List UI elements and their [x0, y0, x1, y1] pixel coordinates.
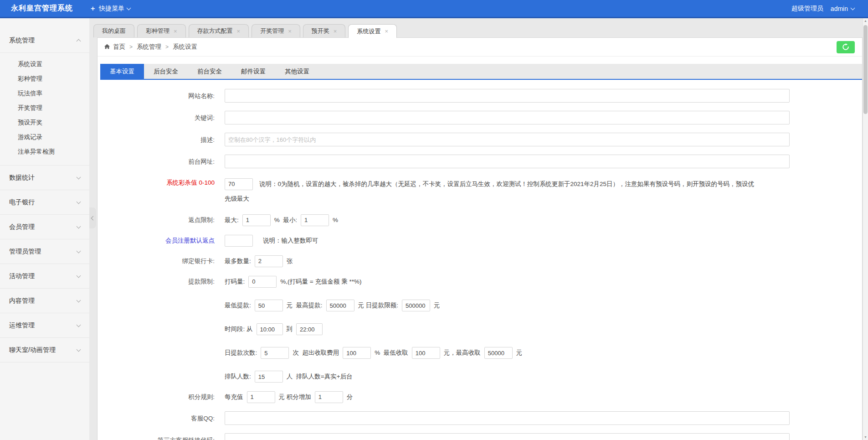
form-row-frontend-url: 前台网址:	[100, 155, 862, 168]
sidebar-item[interactable]: 预设开奖	[0, 115, 89, 130]
window-tab[interactable]: 系统设置×	[348, 24, 397, 38]
chevron-down-icon	[77, 248, 81, 253]
chevron-down-icon	[77, 298, 81, 302]
form-text: 元 日提款限额:	[358, 301, 399, 310]
plus-icon: ＋	[89, 4, 96, 13]
min-fee-input[interactable]	[412, 347, 440, 359]
form-fields: 每充值元 积分增加分	[225, 391, 353, 403]
window-tab[interactable]: 开奖管理×	[252, 24, 300, 37]
form-text: 次 超出收取费用	[293, 349, 339, 357]
form-text: % 最小:	[274, 216, 297, 224]
max-fee-input[interactable]	[484, 347, 513, 359]
sidebar-section[interactable]: 系统管理	[0, 28, 89, 53]
frontend-url-input[interactable]	[225, 155, 790, 168]
content-panel: 首页 > 系统管理 > 系统设置 基本设置后台安全前台安全邮件设置其他设置 网站…	[97, 37, 863, 440]
window-tab[interactable]: 我的桌面	[93, 24, 134, 37]
min-withdraw-input[interactable]	[255, 300, 283, 311]
sidebar-section[interactable]: 管理员管理	[0, 239, 89, 264]
sidebar-section[interactable]: 聊天室/动画管理	[0, 338, 89, 362]
close-icon[interactable]: ×	[174, 28, 177, 34]
sidebar-item[interactable]: 开奖管理	[0, 101, 89, 115]
chevron-up-icon	[77, 39, 81, 43]
form-row-time-range: 时间段: 从到	[100, 323, 862, 335]
close-icon[interactable]: ×	[237, 28, 241, 34]
close-icon[interactable]: ×	[334, 28, 337, 34]
sidebar-item[interactable]: 彩种管理	[0, 72, 89, 86]
form-text: 张	[287, 257, 293, 265]
settings-tab[interactable]: 后台安全	[144, 64, 188, 79]
form-text: 到	[287, 325, 293, 333]
scrollbar-thumb[interactable]	[863, 25, 868, 114]
excess-fee-percent-input[interactable]	[343, 347, 371, 359]
form-text: 元 积分增加	[279, 393, 311, 401]
max-bank-cards-input[interactable]	[255, 255, 283, 267]
quick-menu-button[interactable]: ＋ 快捷菜单	[85, 0, 135, 17]
user-menu-button[interactable]: admin	[831, 5, 854, 12]
sidebar-item[interactable]: 游戏记录	[0, 130, 89, 145]
sidebar-section-label: 运维管理	[9, 321, 35, 330]
rebate-max-input[interactable]	[242, 214, 271, 226]
form-label: 第三方客服链接代码:	[100, 434, 225, 440]
sidebar-collapse-handle[interactable]	[89, 207, 96, 228]
daily-withdraw-limit-input[interactable]	[402, 300, 430, 311]
max-withdraw-input[interactable]	[326, 300, 354, 311]
form-row-queue-count: 排队人数:人 排队人数=真实+后台	[100, 371, 862, 383]
sidebar-item[interactable]: 玩法倍率	[0, 86, 89, 101]
breadcrumb-section[interactable]: 系统管理	[137, 43, 161, 51]
sidebar-section[interactable]: 运维管理	[0, 313, 89, 338]
form-text: 打码量:	[225, 278, 245, 286]
sidebar-section-label: 管理员管理	[9, 248, 41, 256]
settings-tab[interactable]: 邮件设置	[231, 64, 275, 79]
close-icon[interactable]: ×	[288, 28, 292, 34]
recharge-amount-input[interactable]	[247, 391, 275, 403]
form-label: 客服QQ:	[100, 412, 225, 424]
form-row-bank-cards: 绑定银行卡:最多数量:张	[100, 255, 862, 267]
form-fields: 最多数量:张	[225, 255, 293, 267]
queue-count-input[interactable]	[255, 371, 283, 383]
window-tab[interactable]: 彩种管理×	[137, 24, 186, 37]
main-area: 我的桌面彩种管理×存款方式配置×开奖管理×预开奖×系统设置× 首页 > 系统管理…	[89, 18, 863, 440]
sidebar-section-label: 会员管理	[9, 223, 35, 231]
form-fields: 说明：0为随机，设置的越大，被杀掉的几率越大（无延迟，不卡奖，设置后立马生效，欢…	[225, 176, 758, 206]
settings-tab[interactable]: 前台安全	[188, 64, 231, 79]
form-label: 会员注册默认返点	[100, 234, 225, 247]
refresh-button[interactable]	[837, 41, 855, 53]
kill-value-input[interactable]	[225, 178, 253, 190]
description-input[interactable]	[225, 133, 790, 146]
breadcrumb-home[interactable]: 首页	[113, 43, 125, 51]
sidebar-item[interactable]: 注单异常检测	[0, 145, 89, 159]
sidebar-section[interactable]: 会员管理	[0, 215, 89, 239]
sidebar-section[interactable]: 活动管理	[0, 264, 89, 289]
settings-tab[interactable]: 其他设置	[275, 64, 319, 79]
default-rebate-input[interactable]	[225, 235, 253, 247]
site-name-input[interactable]	[225, 89, 790, 103]
keywords-input[interactable]	[225, 111, 790, 124]
form-text: % 最低收取	[375, 349, 408, 357]
sidebar-section[interactable]: 电子银行	[0, 190, 89, 215]
scroll-down-icon[interactable]: ▼	[863, 435, 868, 440]
rebate-min-input[interactable]	[301, 214, 329, 226]
form-text: 最大:	[225, 216, 239, 224]
settings-tab[interactable]: 基本设置	[100, 64, 144, 79]
sidebar-item[interactable]: 系统设置	[0, 57, 89, 72]
vertical-scrollbar[interactable]: ▲ ▼	[863, 18, 868, 440]
window-tab-label: 存款方式配置	[197, 27, 233, 35]
service-qq-input[interactable]	[225, 411, 790, 425]
form-fields	[225, 89, 790, 103]
third-party-service-code-input[interactable]	[225, 433, 790, 440]
withdraw-time-end-input[interactable]	[296, 323, 323, 335]
window-tab[interactable]: 存款方式配置×	[189, 24, 249, 37]
window-tab-label: 开奖管理	[260, 27, 284, 35]
points-gain-input[interactable]	[315, 391, 343, 403]
close-icon[interactable]: ×	[385, 28, 388, 34]
window-tab[interactable]: 预开奖×	[303, 24, 346, 37]
daily-withdraw-times-input[interactable]	[261, 347, 289, 359]
sidebar-section[interactable]: 数据统计	[0, 166, 89, 190]
turnover-input[interactable]	[248, 276, 277, 288]
withdraw-time-start-input[interactable]	[257, 323, 283, 335]
form-label: 描述:	[100, 134, 225, 146]
form-row-default-rebate: 会员注册默认返点说明：输入整数即可	[100, 234, 862, 247]
sidebar-section[interactable]: 内容管理	[0, 289, 89, 313]
scroll-up-icon[interactable]: ▲	[863, 18, 868, 24]
username: admin	[831, 5, 848, 12]
